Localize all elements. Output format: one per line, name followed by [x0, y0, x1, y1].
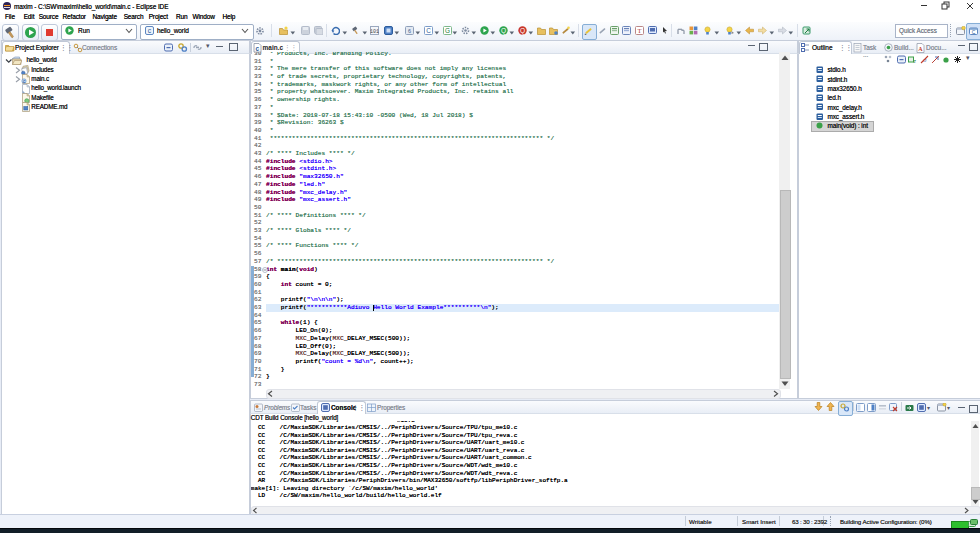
svg-text:A: A [918, 46, 923, 52]
svg-text:c: c [255, 44, 259, 51]
svg-text:101: 101 [370, 29, 379, 35]
svg-text:z: z [913, 58, 916, 64]
svg-text:Q: Q [520, 27, 525, 35]
svg-text:c: c [148, 27, 152, 34]
svg-text:C: C [426, 27, 431, 34]
svg-text:C: C [971, 29, 975, 35]
svg-text:6: 6 [408, 28, 411, 34]
svg-text:G: G [445, 27, 450, 34]
svg-text:T: T [638, 27, 642, 34]
svg-text:Q: Q [501, 27, 506, 35]
